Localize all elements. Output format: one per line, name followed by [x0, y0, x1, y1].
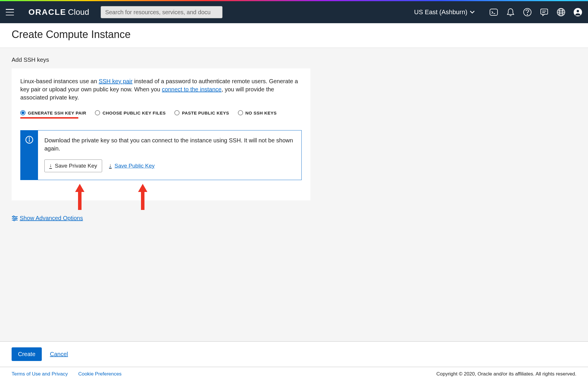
copyright-text: Copyright © 2020, Oracle and/or its affi…: [436, 371, 576, 377]
info-text: Download the private key so that you can…: [44, 136, 295, 153]
oracle-cloud-logo[interactable]: ORACLE Cloud: [28, 8, 89, 17]
chat-icon[interactable]: [540, 8, 549, 17]
svg-point-18: [13, 216, 15, 217]
radio-generate-ssh[interactable]: GENERATE SSH KEY PAIR: [20, 110, 86, 115]
svg-point-13: [29, 137, 30, 139]
selection-underline: [20, 117, 78, 119]
download-icon: ↓: [109, 163, 112, 168]
info-box: Download the private key so that you can…: [20, 130, 302, 180]
chevron-down-icon: [470, 10, 475, 14]
svg-rect-4: [541, 9, 548, 14]
svg-point-22: [14, 219, 15, 221]
radio-choose-files[interactable]: CHOOSE PUBLIC KEY FILES: [95, 110, 166, 115]
radio-no-ssh[interactable]: NO SSH KEYS: [238, 110, 277, 115]
radio-paste-keys[interactable]: PASTE PUBLIC KEYS: [174, 110, 229, 115]
search-input[interactable]: [101, 6, 222, 18]
page-title-bar: Create Compute Instance: [0, 23, 588, 48]
button-label: Save Private Key: [55, 163, 97, 169]
help-icon[interactable]: [523, 8, 532, 17]
svg-point-11: [576, 10, 579, 12]
cookie-prefs-link[interactable]: Cookie Preferences: [78, 371, 122, 377]
save-private-key-button[interactable]: ↓ Save Private Key: [44, 159, 102, 172]
page-title: Create Compute Instance: [12, 28, 576, 41]
radio-label: CHOOSE PUBLIC KEY FILES: [102, 110, 166, 115]
globe-icon[interactable]: [557, 8, 565, 17]
info-icon-strip: [21, 130, 38, 180]
profile-icon[interactable]: [573, 8, 582, 17]
svg-rect-0: [490, 9, 497, 15]
create-button[interactable]: Create: [12, 347, 42, 361]
region-label: US East (Ashburn): [414, 8, 467, 16]
svg-point-3: [527, 14, 528, 15]
radio-label: PASTE PUBLIC KEYS: [182, 110, 229, 115]
sliders-icon: [12, 215, 18, 221]
info-icon: [25, 136, 33, 144]
cancel-link[interactable]: Cancel: [50, 351, 68, 358]
connect-instance-link[interactable]: connect to the instance: [162, 86, 222, 92]
logo-product: Cloud: [68, 8, 89, 17]
header-icon-group: [489, 8, 582, 17]
section-label-ssh: Add SSH keys: [12, 57, 576, 63]
radio-label: NO SSH KEYS: [245, 110, 277, 115]
ssh-key-pair-link[interactable]: SSH key pair: [99, 78, 133, 84]
svg-point-20: [15, 217, 17, 219]
global-header: ORACLE Cloud US East (Ashburn): [0, 1, 588, 23]
download-icon: ↓: [49, 163, 52, 168]
logo-brand: ORACLE: [28, 8, 66, 17]
notifications-icon[interactable]: [506, 8, 515, 17]
show-advanced-options-link[interactable]: Show Advanced Options: [12, 215, 83, 222]
advanced-options-label: Show Advanced Options: [20, 215, 83, 222]
cloud-shell-icon[interactable]: [489, 8, 498, 17]
radio-icon: [20, 110, 26, 115]
radio-icon: [174, 110, 180, 115]
radio-label: GENERATE SSH KEY PAIR: [28, 110, 86, 115]
footer-action-bar: Create Cancel: [0, 341, 588, 367]
region-selector[interactable]: US East (Ashburn): [414, 8, 475, 16]
radio-icon: [95, 110, 100, 115]
ssh-option-group: GENERATE SSH KEY PAIR CHOOSE PUBLIC KEY …: [20, 110, 302, 115]
terms-link[interactable]: Terms of Use and Privacy: [12, 371, 68, 377]
radio-icon: [238, 110, 243, 115]
ssh-card: Linux-based instances use an SSH key pai…: [12, 68, 310, 200]
main-content: Add SSH keys Linux-based instances use a…: [0, 48, 588, 341]
button-label: Save Public Key: [115, 163, 155, 169]
footer-legal: Terms of Use and Privacy Cookie Preferen…: [0, 367, 588, 381]
menu-icon[interactable]: [6, 9, 14, 15]
save-public-key-button[interactable]: ↓ Save Public Key: [109, 163, 155, 169]
ssh-description: Linux-based instances use an SSH key pai…: [20, 77, 302, 101]
